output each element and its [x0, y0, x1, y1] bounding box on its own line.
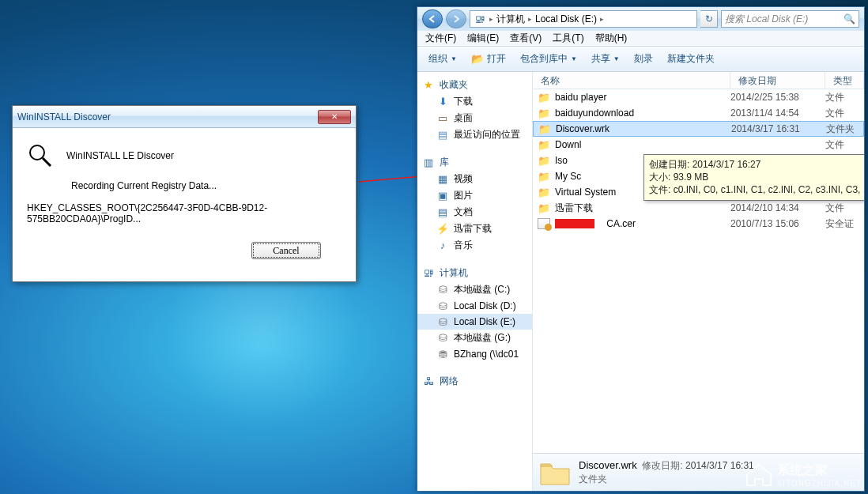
file-name: Virtual System: [555, 187, 616, 198]
col-date[interactable]: 修改日期: [730, 72, 825, 89]
details-name: Discover.wrk: [579, 459, 637, 471]
nav-documents[interactable]: ▤文档: [417, 204, 532, 221]
toolbar-organize[interactable]: 组织▼: [422, 50, 463, 68]
file-type: 文件: [825, 202, 844, 215]
menu-view[interactable]: 查看(V): [505, 30, 546, 47]
file-date: 2013/11/4 14:54: [730, 107, 825, 119]
file-tooltip: 创建日期: 2014/3/17 16:27 大小: 93.9 MB 文件: c0…: [643, 154, 864, 201]
folder-icon: 📁: [538, 154, 550, 167]
folder-icon: 📁: [538, 123, 551, 135]
refresh-button[interactable]: ↻: [700, 10, 718, 28]
file-row[interactable]: 📁迅雷下载2014/2/10 14:34文件: [533, 200, 864, 216]
toolbar-newfolder[interactable]: 新建文件夹: [661, 50, 721, 68]
toolbar-open[interactable]: 📂打开: [465, 50, 512, 68]
file-name: My Sc: [555, 171, 581, 182]
folder-open-icon: 📂: [471, 53, 484, 66]
nav-back-button[interactable]: [422, 9, 443, 28]
col-name[interactable]: 名称: [533, 72, 730, 89]
download-icon: ⬇: [436, 96, 449, 108]
file-type: 文件: [825, 107, 844, 120]
dialog-titlebar[interactable]: WinINSTALL Discover ✕: [13, 106, 356, 128]
file-name: Iso: [555, 155, 568, 166]
search-input[interactable]: 搜索 Local Disk (E:) 🔍: [721, 10, 859, 28]
nav-downloads[interactable]: ⬇下载: [417, 93, 532, 110]
drive-icon: ⛁: [436, 315, 449, 328]
menu-file[interactable]: 文件(F): [421, 30, 461, 47]
chevron-down-icon: ▼: [613, 55, 620, 62]
dialog-title: WinINSTALL Discover: [17, 111, 111, 123]
drive-icon: ⛁: [436, 300, 449, 312]
music-icon: ♪: [436, 239, 449, 252]
dialog-path: HKEY_CLASSES_ROOT\{2C256447-3F0D-4CBB-9D…: [27, 202, 342, 224]
toolbar-share[interactable]: 共享▼: [585, 50, 626, 68]
file-date: 2010/7/13 15:06: [730, 218, 825, 229]
nav-thunder[interactable]: ⚡迅雷下载: [417, 221, 532, 237]
file-row[interactable]: CA.cer2010/7/13 15:06安全证: [533, 216, 864, 232]
nav-netloc[interactable]: ⛃BZhang (\\dc01: [417, 346, 532, 362]
toolbar-include[interactable]: 包含到库中▼: [514, 50, 583, 68]
menubar: 文件(F) 编辑(E) 查看(V) 工具(T) 帮助(H): [417, 31, 864, 47]
nav-drive-c[interactable]: ⛁本地磁盘 (C:): [417, 281, 532, 298]
file-row[interactable]: 📁baiduyundownload2013/11/4 14:54文件: [533, 105, 864, 121]
picture-icon: ▣: [436, 190, 449, 202]
address-bar[interactable]: 🖳 ▸ 计算机 ▸ Local Disk (E:) ▸: [470, 10, 697, 28]
menu-edit[interactable]: 编辑(E): [462, 30, 504, 47]
folder-large-icon: [539, 459, 571, 486]
nav-forward-button[interactable]: [446, 9, 466, 28]
column-headers: 名称 修改日期 类型: [533, 72, 864, 89]
details-kind: 文件夹: [579, 473, 754, 486]
col-type[interactable]: 类型: [825, 72, 864, 89]
file-name: baiduyundownload: [555, 107, 634, 119]
svg-point-2: [30, 145, 44, 160]
nav-drive-e[interactable]: ⛁Local Disk (E:): [417, 314, 532, 330]
cancel-button[interactable]: Cancel: [251, 242, 321, 259]
winstall-dialog: WinINSTALL Discover ✕ WinINSTALL LE Disc…: [12, 105, 357, 282]
nav-desktop[interactable]: ▭桌面: [417, 110, 532, 126]
nav-recent[interactable]: ▤最近访问的位置: [417, 126, 532, 143]
file-name: CA.cer: [606, 218, 636, 229]
breadcrumb-computer[interactable]: 计算机: [496, 13, 525, 26]
watermark: 系统之家 XITONGZHIJIA.NET: [745, 462, 862, 488]
thunder-icon: ⚡: [436, 223, 449, 236]
toolbar: 组织▼ 📂打开 包含到库中▼ 共享▼ 刻录 新建文件夹: [417, 47, 864, 72]
nav-drive-g[interactable]: ⛁本地磁盘 (G:): [417, 330, 532, 346]
close-icon[interactable]: ✕: [318, 110, 351, 124]
drive-icon: ⛁: [436, 284, 449, 296]
file-name: 迅雷下载: [555, 202, 593, 215]
search-placeholder: 搜索 Local Disk (E:): [725, 13, 808, 26]
nav-pictures[interactable]: ▣图片: [417, 187, 532, 204]
nav-computer[interactable]: 🖳计算机: [417, 265, 532, 281]
nav-favorites[interactable]: ★收藏夹: [417, 77, 532, 93]
dialog-heading: WinINSTALL LE Discover: [66, 150, 174, 161]
recent-icon: ▤: [436, 129, 449, 141]
chevron-right-icon: ▸: [600, 15, 604, 23]
nav-libraries[interactable]: ▥库: [417, 154, 532, 171]
toolbar-burn[interactable]: 刻录: [628, 50, 659, 68]
file-date: 2014/2/25 15:38: [730, 92, 825, 103]
chevron-down-icon: ▼: [451, 55, 457, 62]
file-row[interactable]: 📁baidu player2014/2/25 15:38文件: [533, 89, 864, 105]
document-icon: ▤: [436, 206, 449, 219]
folder-icon: 📁: [538, 91, 550, 104]
folder-icon: 📁: [538, 186, 550, 198]
navigation-pane: ★收藏夹 ⬇下载 ▭桌面 ▤最近访问的位置 ▥库 ▦视频 ▣图片 ▤文档 ⚡迅雷…: [417, 72, 533, 491]
search-icon: 🔍: [843, 13, 855, 25]
video-icon: ▦: [436, 173, 449, 186]
breadcrumb-drive[interactable]: Local Disk (E:): [535, 13, 597, 25]
menu-tools[interactable]: 工具(T): [548, 30, 588, 47]
nav-drive-d[interactable]: ⛁Local Disk (D:): [417, 298, 532, 314]
nav-music[interactable]: ♪音乐: [417, 237, 532, 254]
chevron-right-icon: ▸: [528, 15, 532, 23]
magnifier-icon: [27, 142, 54, 169]
folder-icon: 📁: [538, 170, 550, 183]
menu-help[interactable]: 帮助(H): [591, 30, 632, 47]
nav-videos[interactable]: ▦视频: [417, 171, 532, 187]
file-type: 文件: [825, 138, 844, 152]
folder-icon: 📁: [538, 202, 550, 214]
file-row[interactable]: 📁Discover.wrk2014/3/17 16:31文件夹: [533, 121, 864, 137]
content-pane: 名称 修改日期 类型 📁baidu player2014/2/25 15:38文…: [533, 72, 864, 491]
file-row[interactable]: 📁Downl文件: [533, 137, 864, 153]
nav-network[interactable]: 🖧网络: [417, 373, 532, 390]
chevron-right-icon: ▸: [489, 15, 493, 23]
network-drive-icon: ⛃: [436, 348, 449, 360]
